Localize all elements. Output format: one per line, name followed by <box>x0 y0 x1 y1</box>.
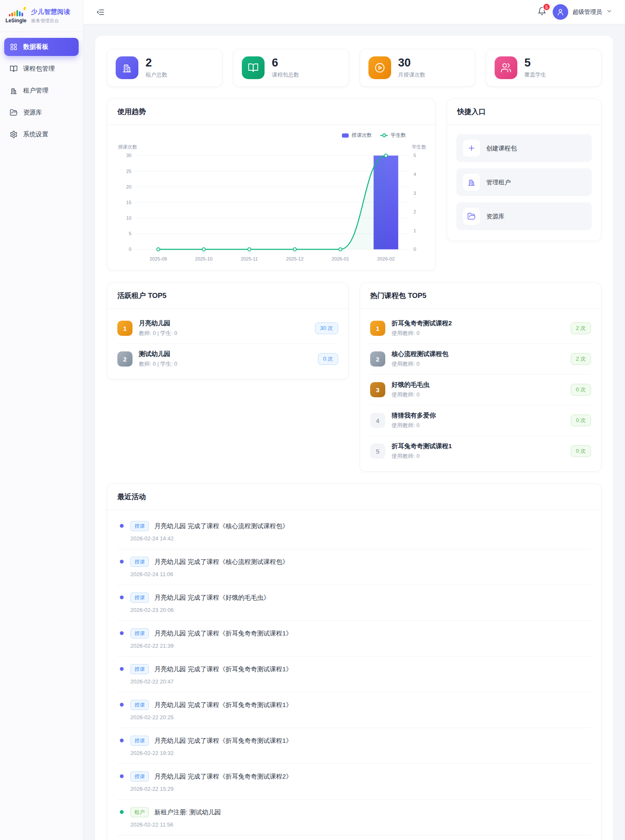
app-root: LeSingle 少儿智慧阅读 服务管理后台 数据看板 课程包管理 租户管理 <box>0 0 625 840</box>
book-open-icon <box>10 65 18 73</box>
trend-row: 使用趋势 授课次数 学生数 051015202530012345授课次数学生数2… <box>107 98 601 271</box>
topbar: 5 超级管理员 <box>83 0 625 24</box>
svg-text:30: 30 <box>126 153 132 158</box>
svg-text:2025-11: 2025-11 <box>241 256 258 261</box>
quick-item-manage-tenants[interactable]: 管理租户 <box>456 168 592 196</box>
usage-count-badge: 0 次 <box>318 353 338 365</box>
folder-open-icon <box>10 109 18 117</box>
building-icon <box>10 87 18 95</box>
activity-type-badge: 授课 <box>130 736 149 746</box>
sidebar-item-label: 资源库 <box>23 109 42 117</box>
collapse-sidebar-icon <box>96 8 105 17</box>
package-meta: 使用教师: 0 <box>392 360 564 368</box>
logo-barchart-icon <box>9 8 23 16</box>
svg-text:10: 10 <box>126 215 132 221</box>
activity-item: 授课 月亮幼儿园 完成了课程《折耳兔奇奇测试课程1》 2026-02-22 20… <box>117 657 591 692</box>
plus-icon <box>463 140 480 157</box>
rank-badge: 2 <box>117 351 132 367</box>
svg-text:2: 2 <box>413 209 416 214</box>
app-subtitle: 服务管理后台 <box>31 18 70 24</box>
dashboard-panel: 2 租户总数 6 课程包总数 <box>95 36 613 840</box>
svg-text:0: 0 <box>129 247 131 252</box>
book-open-icon <box>242 56 265 79</box>
package-row: 3 好饿的毛毛虫 使用教师: 0 0 次 <box>370 375 591 405</box>
top5-row: 活跃租户 TOP5 1 月亮幼儿园 教师: 0 | 学生: 0 30 次 <box>107 282 601 472</box>
hot-packages-card: 热门课程包 TOP5 1 折耳兔奇奇测试课程2 使用教师: 0 2 次 <box>360 282 601 472</box>
rank-badge: 4 <box>370 413 385 428</box>
usage-count-badge: 30 次 <box>315 322 338 334</box>
gear-icon <box>10 130 18 138</box>
stat-label: 租户总数 <box>146 71 167 79</box>
activity-item: 授课 月亮幼儿园 完成了课程《好饿的毛毛虫》 2026-02-23 20:06 <box>117 585 591 621</box>
svg-text:1: 1 <box>413 228 416 233</box>
notification-bell[interactable]: 5 <box>538 7 546 17</box>
users-icon <box>495 56 517 79</box>
activity-dot <box>120 703 124 707</box>
package-name: 折耳兔奇奇测试课程1 <box>392 442 564 450</box>
rank-badge: 3 <box>370 382 385 397</box>
activity-item-tenant: 租户 新租户注册: 测试幼儿园 2026-02-22 11:56 <box>117 800 591 835</box>
svg-text:3: 3 <box>413 191 416 196</box>
activity-type-badge: 授课 <box>130 593 149 603</box>
activity-text: 月亮幼儿园 完成了课程《折耳兔奇奇测试课程1》 <box>154 630 292 638</box>
sidebar-item-settings[interactable]: 系统设置 <box>4 125 79 144</box>
legend-item-students: 学生数 <box>380 132 406 139</box>
recent-activity-card: 最近活动 授课 月亮幼儿园 完成了课程《核心流程测试课程包》 2026-02-2… <box>107 484 601 840</box>
quick-item-label: 资源库 <box>486 213 505 221</box>
usage-count-badge: 0 次 <box>571 415 591 426</box>
usage-trend-title: 使用趋势 <box>107 99 435 125</box>
stats-row: 2 租户总数 6 课程包总数 <box>107 49 601 87</box>
activity-time: 2026-02-24 11:06 <box>130 571 591 577</box>
sidebar-collapse-button[interactable] <box>96 8 105 17</box>
avatar <box>553 4 568 20</box>
chevron-down-icon <box>606 8 612 16</box>
activity-dot <box>120 524 124 528</box>
sidebar: LeSingle 少儿智慧阅读 服务管理后台 数据看板 课程包管理 租户管理 <box>0 0 83 840</box>
svg-text:5: 5 <box>413 153 416 158</box>
activity-time: 2026-02-22 19:32 <box>130 750 591 756</box>
tenant-name: 测试幼儿园 <box>139 350 312 358</box>
activity-time: 2026-02-23 20:06 <box>130 607 591 613</box>
quick-item-resources[interactable]: 资源库 <box>456 202 592 230</box>
tenant-row: 1 月亮幼儿园 教师: 0 | 学生: 0 30 次 <box>117 313 338 344</box>
package-meta: 使用教师: 0 <box>392 330 564 337</box>
sidebar-item-label: 系统设置 <box>23 130 48 138</box>
activity-text: 月亮幼儿园 完成了课程《折耳兔奇奇测试课程1》 <box>154 701 292 709</box>
legend-item-lessons: 授课次数 <box>342 132 372 139</box>
activity-type-badge: 授课 <box>130 628 149 638</box>
activity-dot <box>120 810 124 814</box>
content-area: 2 租户总数 6 课程包总数 <box>83 24 625 840</box>
activity-time: 2026-02-22 15:29 <box>130 786 591 792</box>
sidebar-item-dashboard[interactable]: 数据看板 <box>4 38 79 56</box>
activity-item: 授课 月亮幼儿园 完成了课程《折耳兔奇奇测试课程1》 2026-02-21 20… <box>117 835 591 840</box>
stat-card-students: 5 覆盖学生 <box>486 49 601 87</box>
package-name: 猜猜我有多爱你 <box>392 412 564 420</box>
usage-count-badge: 2 次 <box>571 322 591 334</box>
sidebar-item-resources[interactable]: 资源库 <box>4 104 79 122</box>
stat-value: 5 <box>524 57 546 69</box>
active-tenants-title: 活跃租户 TOP5 <box>107 283 348 309</box>
sidebar-item-course-packages[interactable]: 课程包管理 <box>4 60 79 78</box>
sidebar-item-tenants[interactable]: 租户管理 <box>4 82 79 100</box>
package-name: 核心流程测试课程包 <box>392 350 564 358</box>
quick-entry-card: 快捷入口 创建课程包 管理租户 <box>447 98 601 241</box>
usage-count-badge: 0 次 <box>571 445 591 457</box>
usage-trend-card: 使用趋势 授课次数 学生数 051015202530012345授课次数学生数2… <box>107 98 436 271</box>
rank-badge: 5 <box>370 444 385 459</box>
stat-value: 30 <box>398 57 426 69</box>
stat-card-course-packages: 6 课程包总数 <box>233 49 349 87</box>
stat-card-tenants: 2 租户总数 <box>107 49 222 87</box>
activity-text: 月亮幼儿园 完成了课程《折耳兔奇奇测试课程1》 <box>154 737 292 745</box>
activity-item: 授课 月亮幼儿园 完成了课程《折耳兔奇奇测试课程2》 2026-02-22 15… <box>117 764 591 800</box>
package-row: 2 核心流程测试课程包 使用教师: 0 2 次 <box>370 344 591 375</box>
quick-item-create-package[interactable]: 创建课程包 <box>456 134 592 162</box>
user-icon <box>556 8 564 16</box>
user-name: 超级管理员 <box>572 8 602 16</box>
hot-packages-title: 热门课程包 TOP5 <box>360 283 601 309</box>
svg-text:学生数: 学生数 <box>412 144 426 149</box>
package-meta: 使用教师: 0 <box>392 452 564 460</box>
rank-badge: 1 <box>370 321 385 336</box>
svg-text:25: 25 <box>126 169 132 174</box>
svg-text:4: 4 <box>413 172 416 177</box>
user-menu[interactable]: 超级管理员 <box>553 4 612 20</box>
